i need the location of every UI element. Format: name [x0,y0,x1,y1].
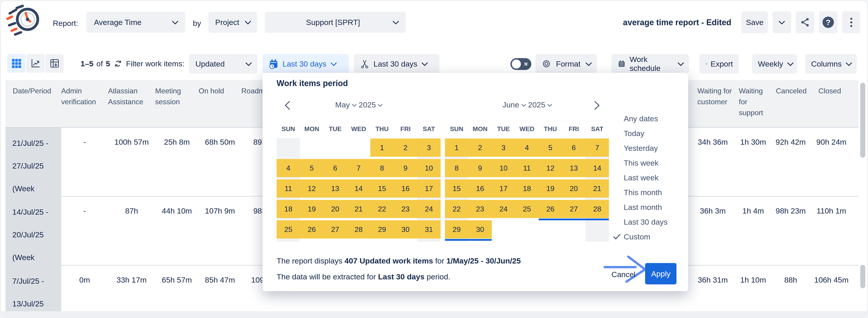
calendar-day[interactable]: 28 [586,200,609,218]
preset-today[interactable]: Today [613,126,688,141]
calendar-day[interactable]: 5 [300,159,323,177]
vertical-scrollbar-thumb[interactable] [860,265,865,288]
calendar-day[interactable]: 1 [370,139,394,157]
calendar-day[interactable]: 13 [562,159,586,177]
calendar-day[interactable]: 11 [277,179,300,198]
calendar-day[interactable]: 4 [277,159,300,177]
preset-yesterday[interactable]: Yesterday [613,141,688,155]
calendar-day[interactable]: 24 [417,200,441,218]
calendar-day[interactable]: 28 [347,220,370,239]
calendar-day[interactable]: 18 [277,200,300,218]
granularity-dropdown[interactable]: Weekly [752,54,797,74]
calendar-day[interactable]: 9 [468,159,492,177]
calendar-day[interactable]: 23 [394,200,417,218]
calendar-day[interactable]: 17 [417,179,441,198]
calendar-day[interactable]: 2 [468,139,492,157]
calendar-day[interactable]: 30 [394,220,417,239]
preset-last-week[interactable]: Last week [613,170,688,185]
chevron-down-icon [846,60,852,66]
columns-dropdown[interactable]: Columns [805,54,857,74]
share-button[interactable] [796,11,814,33]
calendar-day[interactable]: 22 [445,200,468,218]
calendar-day[interactable]: 14 [347,179,370,198]
preset-last-30-days[interactable]: Last 30 days [613,215,688,229]
calendar-day[interactable]: 25 [277,220,300,239]
calendar-day[interactable]: 6 [323,159,347,177]
save-button[interactable]: Save [742,11,768,33]
preset-this-week[interactable]: This week [613,155,688,170]
calendar-day[interactable]: 4 [515,139,539,157]
month-year-selector[interactable]: May 2025 [277,100,441,109]
calendar-day[interactable]: 8 [370,159,394,177]
calendar-day[interactable]: 8 [445,159,468,177]
calendar-day[interactable]: 14 [586,159,609,177]
cancel-button[interactable]: Cancel [607,265,641,283]
calendar-day[interactable]: 7 [347,159,370,177]
preset-this-month[interactable]: This month [613,185,688,200]
calendar-day[interactable]: 27 [562,200,586,218]
format-dropdown[interactable]: Format [535,54,597,74]
calendar-day[interactable]: 29 [370,220,394,239]
work-schedule-dropdown[interactable]: Work schedule [612,54,689,74]
calendar-day[interactable]: 31 [417,220,441,239]
calendar-day[interactable]: 22 [370,200,394,218]
report-type-select[interactable]: Average Time [86,12,185,33]
project-select[interactable]: Support [SPRT] [265,12,406,33]
calendar-day[interactable]: 11 [515,159,539,177]
calendar-day[interactable]: 25 [515,200,539,218]
view-grid-button[interactable] [7,54,26,73]
calendar-day[interactable]: 23 [468,200,492,218]
vertical-scrollbar-thumb[interactable] [860,83,865,157]
view-chart-button[interactable] [26,54,44,73]
preset-custom[interactable]: Custom [613,229,688,244]
calendar-day[interactable]: 15 [370,179,394,198]
group-by-select[interactable]: Project [208,12,257,33]
compact-mode-toggle[interactable] [510,58,531,70]
calendar-day[interactable]: 19 [539,179,562,198]
period-dropdown[interactable]: Last 30 days [262,54,349,74]
calendar-day[interactable]: 10 [417,159,441,177]
calendar-day[interactable]: 19 [300,200,323,218]
more-menu-button[interactable] [842,11,860,33]
calendar-day[interactable]: 5 [539,139,562,157]
calendar-day[interactable]: 30 [468,220,492,239]
calendar-day[interactable]: 7 [586,139,609,157]
calendar-day[interactable]: 17 [492,179,515,198]
apply-button[interactable]: Apply [645,263,677,284]
refresh-icon[interactable] [114,59,123,68]
filter-field-select[interactable]: Updated [189,54,257,74]
calendar-day[interactable]: 12 [300,179,323,198]
preset-last-month[interactable]: Last month [613,200,688,215]
calendar-day[interactable]: 1 [445,139,468,157]
calendar-day[interactable]: 26 [300,220,323,239]
calendar-day[interactable]: 3 [417,139,441,157]
trim-period-dropdown[interactable]: Last 30 days [354,54,439,74]
view-pivot-button[interactable] [45,54,64,73]
calendar-day[interactable]: 21 [347,200,370,218]
calendar-day[interactable]: 29 [445,220,468,239]
calendar-day[interactable]: 18 [515,179,539,198]
save-options-button[interactable] [772,11,791,33]
calendar-day[interactable]: 20 [562,179,586,198]
calendar-day[interactable]: 24 [492,200,515,218]
calendar-day[interactable]: 20 [323,200,347,218]
calendar-day[interactable]: 13 [323,179,347,198]
calendar-day[interactable]: 26 [539,200,562,218]
calendar-day[interactable]: 16 [394,179,417,198]
preset-any-dates[interactable]: Any dates [613,111,688,126]
chevron-down-icon [779,18,785,25]
calendar-day[interactable]: 9 [394,159,417,177]
calendar-day[interactable]: 10 [492,159,515,177]
calendar-day[interactable]: 2 [394,139,417,157]
horizontal-scrollbar[interactable] [1,311,867,317]
calendar-day[interactable]: 3 [492,139,515,157]
month-year-selector[interactable]: June 2025 [445,100,609,109]
calendar-day[interactable]: 21 [586,179,609,198]
calendar-day[interactable]: 15 [445,179,468,198]
export-button[interactable]: Export [700,54,739,74]
help-button[interactable]: ? [819,11,838,33]
calendar-day[interactable]: 27 [323,220,347,239]
calendar-day[interactable]: 6 [562,139,586,157]
calendar-day[interactable]: 12 [539,159,562,177]
calendar-day[interactable]: 16 [468,179,492,198]
